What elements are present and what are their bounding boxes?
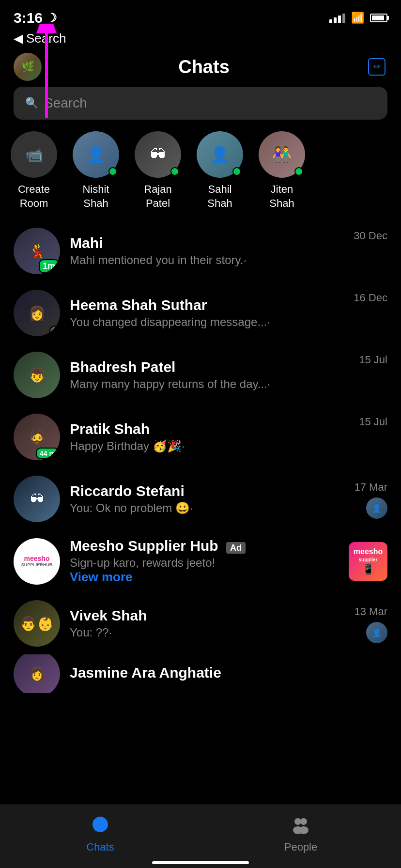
story-item-jiten[interactable]: 👫 JitenShah bbox=[258, 131, 306, 210]
svg-point-3 bbox=[294, 818, 301, 825]
time-display: 3:16 bbox=[14, 10, 43, 26]
story-avatar-wrap-sahil: 👤 bbox=[197, 131, 243, 178]
chat-right-riccardo: 17 Mar 👤 bbox=[355, 479, 387, 519]
ad-image-meesho: meesho supplier 📱 bbox=[349, 542, 387, 581]
chat-avatar-pratik: 🧔 44 m bbox=[14, 414, 60, 460]
sender-avatar-riccardo: 👤 bbox=[366, 497, 387, 519]
people-icon bbox=[288, 813, 313, 838]
view-more-link[interactable]: View more bbox=[70, 570, 339, 585]
header: 🌿 Chats bbox=[0, 50, 401, 87]
story-name-rajan: RajanPatel bbox=[144, 183, 171, 210]
chat-content-riccardo: Riccardo Stefani You: Ok no problem 😀· bbox=[70, 483, 345, 515]
sender-avatar-vivek: 👤 bbox=[366, 622, 387, 643]
chat-preview-pratik: Happy Birthday 🥳🎉· bbox=[70, 439, 349, 453]
chats-icon bbox=[88, 813, 113, 838]
chat-item-heema[interactable]: 👩 🔒 Heema Shah Suthar You changed disapp… bbox=[0, 282, 401, 344]
status-icons: 📶 bbox=[329, 12, 387, 24]
tab-chats[interactable]: Chats bbox=[0, 813, 200, 853]
unread-badge-pratik: 44 m bbox=[36, 448, 59, 459]
online-indicator-nishit bbox=[108, 167, 117, 176]
chat-preview-riccardo: You: Ok no problem 😀· bbox=[70, 501, 345, 515]
story-avatar-wrap-nishit: 👤 bbox=[73, 131, 119, 178]
status-bar: 3:16 ☽ 📶 bbox=[0, 0, 401, 29]
chat-content-mahi: Mahi Mahi mentioned you in their story.· bbox=[70, 235, 344, 267]
chat-item-riccardo[interactable]: 🕶 Riccardo Stefani You: Ok no problem 😀·… bbox=[0, 468, 401, 530]
chat-content-meesho: Meesho Supplier Hub Ad Sign-up karo, rew… bbox=[70, 538, 339, 585]
unread-badge-mahi: 1m bbox=[39, 259, 59, 273]
search-icon: 🔍 bbox=[25, 97, 38, 109]
chat-avatar-meesho: meesho SUPPLIERHUB bbox=[14, 538, 60, 585]
chat-time-pratik: 15 Jul bbox=[359, 416, 387, 428]
chat-avatar-vivek: 👨‍👶 bbox=[14, 600, 60, 647]
chat-content-vivek: Vivek Shah You: ??· bbox=[70, 607, 345, 639]
back-label: Search bbox=[26, 31, 66, 46]
tab-people[interactable]: People bbox=[200, 813, 401, 853]
camera-icon: 📹 bbox=[25, 146, 43, 163]
search-bar[interactable]: 🔍 Search bbox=[14, 87, 387, 120]
online-indicator-rajan bbox=[170, 167, 179, 176]
chat-item-meesho[interactable]: meesho SUPPLIERHUB Meesho Supplier Hub A… bbox=[0, 530, 401, 592]
chat-name-last: Jasmine Ara Anghatie bbox=[70, 665, 387, 681]
story-item-rajan[interactable]: 🕶 RajanPatel bbox=[134, 131, 182, 210]
chat-item-pratik[interactable]: 🧔 44 m Pratik Shah Happy Birthday 🥳🎉· 15… bbox=[0, 406, 401, 468]
ad-badge: Ad bbox=[226, 542, 246, 554]
online-indicator-jiten bbox=[294, 167, 303, 176]
online-indicator-sahil bbox=[232, 167, 241, 176]
moon-icon: ☽ bbox=[46, 11, 57, 25]
stories-row: 📹 CreateRoom 👤 NishitShah 🕶 RajanPatel 👤… bbox=[0, 127, 401, 220]
chat-right-vivek: 13 Mar 👤 bbox=[355, 604, 387, 643]
chat-name-mahi: Mahi bbox=[70, 235, 344, 251]
chat-item-vivek[interactable]: 👨‍👶 Vivek Shah You: ??· 13 Mar 👤 bbox=[0, 592, 401, 654]
chat-content-last: Jasmine Ara Anghatie bbox=[70, 665, 387, 683]
search-placeholder: Search bbox=[44, 95, 87, 111]
chat-item-mahi[interactable]: 💃 1m Mahi Mahi mentioned you in their st… bbox=[0, 220, 401, 282]
chat-preview-heema: You changed disappearing message...· bbox=[70, 315, 344, 329]
chat-name-meesho: Meesho Supplier Hub Ad bbox=[70, 538, 339, 554]
chat-name-heema: Heema Shah Suthar bbox=[70, 297, 344, 313]
chat-preview-mahi: Mahi mentioned you in their story.· bbox=[70, 253, 344, 267]
page-title: Chats bbox=[42, 57, 366, 78]
chat-name-pratik: Pratik Shah bbox=[70, 421, 349, 437]
tab-bar: Chats People bbox=[0, 805, 401, 868]
create-room-item[interactable]: 📹 CreateRoom bbox=[10, 131, 58, 210]
chats-tab-label: Chats bbox=[86, 841, 114, 853]
chat-content-bhadresh: Bhadresh Patel Many many happy returns o… bbox=[70, 359, 349, 391]
story-name-nishit: NishitShah bbox=[82, 183, 109, 210]
chat-name-vivek: Vivek Shah bbox=[70, 607, 345, 624]
chat-time-mahi: 30 Dec bbox=[354, 230, 387, 242]
story-item-sahil[interactable]: 👤 SahilShah bbox=[196, 131, 244, 210]
svg-point-2 bbox=[93, 817, 108, 832]
home-indicator bbox=[152, 861, 249, 864]
chat-content-heema: Heema Shah Suthar You changed disappeari… bbox=[70, 297, 344, 329]
chat-avatar-last: 👩 bbox=[14, 654, 60, 693]
chat-time-bhadresh: 15 Jul bbox=[359, 354, 387, 366]
chat-time-riccardo: 17 Mar bbox=[355, 481, 387, 494]
chat-avatar-mahi: 💃 1m bbox=[14, 228, 60, 274]
wifi-icon: 📶 bbox=[351, 12, 364, 24]
story-avatar-wrap-rajan: 🕶 bbox=[135, 131, 181, 178]
back-arrow-icon: ◀ bbox=[14, 31, 23, 46]
create-room-avatar: 📹 bbox=[11, 131, 57, 178]
search-container: 🔍 Search bbox=[0, 87, 401, 127]
svg-point-4 bbox=[300, 818, 307, 825]
story-name-jiten: JitenShah bbox=[269, 183, 294, 210]
story-item-nishit[interactable]: 👤 NishitShah bbox=[72, 131, 120, 210]
compose-icon bbox=[368, 58, 386, 76]
back-navigation[interactable]: ◀ Search bbox=[0, 29, 401, 50]
avatar[interactable]: 🌿 bbox=[14, 53, 42, 81]
signal-icon bbox=[329, 13, 345, 23]
chat-avatar-riccardo: 🕶 bbox=[14, 476, 60, 522]
compose-button[interactable] bbox=[366, 56, 387, 78]
chat-name-riccardo: Riccardo Stefani bbox=[70, 483, 345, 499]
chat-time-heema: 16 Dec bbox=[354, 292, 387, 304]
chat-preview-meesho: Sign-up karo, rewards jeeto! bbox=[70, 556, 339, 570]
chat-avatar-bhadresh: 👦 bbox=[14, 352, 60, 398]
chat-list: 💃 1m Mahi Mahi mentioned you in their st… bbox=[0, 220, 401, 693]
people-tab-label: People bbox=[284, 841, 318, 853]
chat-name-bhadresh: Bhadresh Patel bbox=[70, 359, 349, 375]
chat-preview-bhadresh: Many many happy returns of the day...· bbox=[70, 377, 349, 391]
chat-item-bhadresh[interactable]: 👦 Bhadresh Patel Many many happy returns… bbox=[0, 344, 401, 406]
story-avatar-wrap-jiten: 👫 bbox=[259, 131, 305, 178]
chat-item-last[interactable]: 👩 Jasmine Ara Anghatie bbox=[0, 654, 401, 693]
chat-time-vivek: 13 Mar bbox=[355, 605, 387, 618]
